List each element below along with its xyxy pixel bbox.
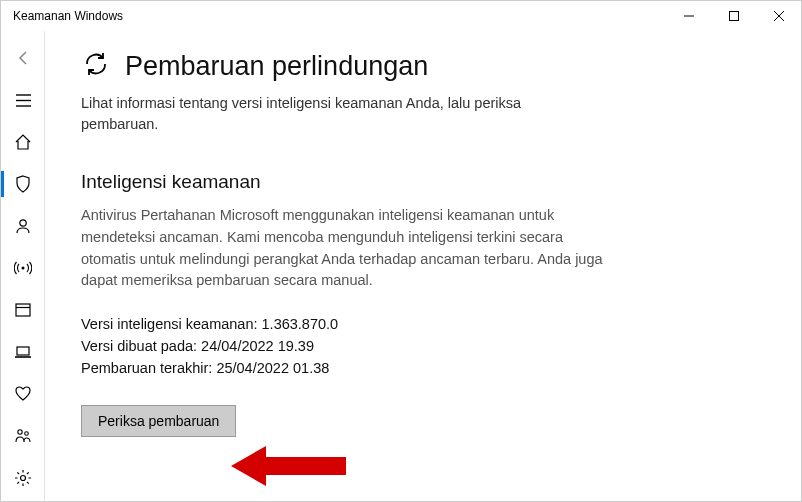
shield-icon — [14, 175, 32, 193]
sync-icon — [81, 49, 111, 83]
page-title: Pembaruan perlindungan — [125, 51, 428, 82]
hamburger-icon — [15, 92, 32, 109]
window-controls — [666, 1, 801, 31]
window-title: Keamanan Windows — [13, 9, 123, 23]
maximize-button[interactable] — [711, 1, 756, 31]
gear-icon — [14, 469, 32, 487]
updated-line: Pembaruan terakhir: 25/04/2022 01.38 — [81, 358, 765, 380]
section-description: Antivirus Pertahanan Microsoft menggunak… — [81, 205, 611, 292]
svg-point-14 — [25, 432, 29, 436]
sidebar-item-device-security[interactable] — [1, 331, 45, 373]
close-button[interactable] — [756, 1, 801, 31]
svg-rect-9 — [16, 304, 30, 316]
created-line: Versi dibuat pada: 24/04/2022 19.39 — [81, 336, 765, 358]
sidebar-item-device-health[interactable] — [1, 373, 45, 415]
person-icon — [14, 217, 32, 235]
sidebar-item-app-browser[interactable] — [1, 289, 45, 331]
sidebar — [1, 31, 45, 501]
svg-point-15 — [21, 476, 26, 481]
back-arrow-icon — [14, 49, 32, 67]
version-info: Versi inteligensi keamanan: 1.363.870.0 … — [81, 314, 765, 379]
sidebar-item-firewall[interactable] — [1, 247, 45, 289]
maximize-icon — [729, 11, 739, 21]
check-updates-button[interactable]: Periksa pembaruan — [81, 405, 236, 437]
svg-point-7 — [20, 220, 26, 226]
page-header: Pembaruan perlindungan — [81, 49, 765, 83]
network-icon — [14, 259, 32, 277]
laptop-icon — [14, 343, 32, 361]
close-icon — [774, 11, 784, 21]
sidebar-item-virus-protection[interactable] — [1, 163, 45, 205]
sidebar-item-family-options[interactable] — [1, 415, 45, 457]
app-window-icon — [14, 301, 32, 319]
svg-point-8 — [22, 267, 25, 270]
page-subtitle: Lihat informasi tentang versi inteligens… — [81, 93, 581, 135]
version-line: Versi inteligensi keamanan: 1.363.870.0 — [81, 314, 765, 336]
heart-icon — [14, 385, 32, 403]
svg-rect-1 — [729, 12, 738, 21]
minimize-icon — [684, 11, 694, 21]
minimize-button[interactable] — [666, 1, 711, 31]
svg-rect-11 — [17, 347, 29, 355]
sidebar-item-settings[interactable] — [1, 457, 45, 499]
titlebar: Keamanan Windows — [1, 1, 801, 31]
sidebar-item-home[interactable] — [1, 121, 45, 163]
home-icon — [14, 133, 32, 151]
main-content: Pembaruan perlindungan Lihat informasi t… — [45, 31, 801, 501]
sidebar-item-account-protection[interactable] — [1, 205, 45, 247]
svg-point-13 — [18, 430, 22, 434]
family-icon — [14, 427, 32, 445]
back-button[interactable] — [1, 37, 45, 79]
menu-button[interactable] — [1, 79, 45, 121]
section-title: Inteligensi keamanan — [81, 171, 765, 193]
